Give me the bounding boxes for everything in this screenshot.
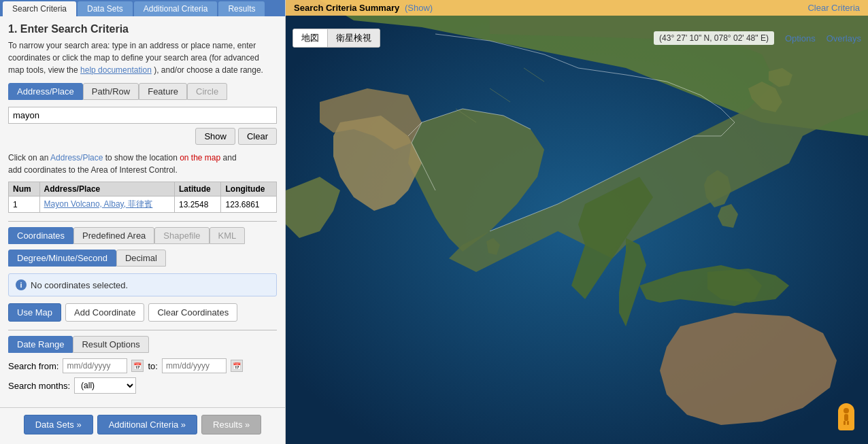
tab-shapefile: Shapefile xyxy=(154,227,209,244)
tab-dms[interactable]: Degree/Minute/Second xyxy=(8,250,116,267)
search-row xyxy=(8,107,277,124)
show-button[interactable]: Show xyxy=(195,128,235,145)
summary-bar: Search Criteria Summary (Show) Clear Cri… xyxy=(286,0,868,16)
calendar-to-icon[interactable]: 📅 xyxy=(231,360,243,372)
table-row: 1 Mayon Volcano, Albay, 菲律賓 13.2548 123.… xyxy=(9,197,277,213)
search-months-row: Search months: (all) January February Ma… xyxy=(8,377,277,394)
date-section-tabs: Date Range Result Options xyxy=(8,336,277,353)
left-panel: Search Criteria Data Sets Additional Cri… xyxy=(0,0,286,444)
use-map-button[interactable]: Use Map xyxy=(8,303,61,322)
map-controls-bar: 地図 衛星検視 (43° 27' 10" N, 078° 02' 48" E) … xyxy=(286,24,868,52)
search-months-label: Search months: xyxy=(8,381,70,391)
page-title: 1. Enter Search Criteria xyxy=(8,23,277,35)
pegman-icon[interactable] xyxy=(838,403,854,430)
search-from-label: Search from: xyxy=(8,361,59,371)
cell-longitude: 123.6861 xyxy=(221,197,277,213)
tab-decimal[interactable]: Decimal xyxy=(116,250,166,267)
instruction-text: Click on an Address/Place to show the lo… xyxy=(8,152,277,176)
instruction-line2: add coordinates to the Area of Interest … xyxy=(8,165,178,175)
map-panel: Search Criteria Summary (Show) Clear Cri… xyxy=(286,0,868,444)
results-table: Num Address/Place Latitude Longitude 1 M… xyxy=(8,182,277,213)
cell-place[interactable]: Mayon Volcano, Albay, 菲律賓 xyxy=(39,197,174,213)
summary-show[interactable]: (Show) xyxy=(405,3,433,13)
svg-rect-7 xyxy=(847,421,849,425)
tab-address-place[interactable]: Address/Place xyxy=(8,83,83,100)
search-btn-row: Show Clear xyxy=(8,128,277,145)
tab-additional-criteria[interactable]: Additional Criteria xyxy=(134,1,218,16)
cell-latitude: 13.2548 xyxy=(174,197,221,213)
coord-type-tabs: Degree/Minute/Second Decimal xyxy=(8,250,277,267)
search-months-select[interactable]: (all) January February March April May J… xyxy=(74,377,136,394)
map-type-tabs: 地図 衛星検視 xyxy=(293,29,380,48)
coords-display: (43° 27' 10" N, 078° 02' 48" E) xyxy=(654,31,774,45)
no-coords-text: No coordinates selected. xyxy=(31,280,128,290)
results-button[interactable]: Results » xyxy=(201,415,261,434)
data-sets-button[interactable]: Data Sets » xyxy=(24,415,93,434)
svg-point-4 xyxy=(844,408,849,413)
search-type-tabs: Address/Place Path/Row Feature Circle xyxy=(8,83,277,100)
cell-num: 1 xyxy=(9,197,40,213)
coord-btn-row: Use Map Add Coordinate Clear Coordinates xyxy=(8,303,277,322)
info-icon: i xyxy=(16,279,27,290)
bottom-nav-buttons: Data Sets » Additional Criteria » Result… xyxy=(0,407,285,441)
col-latitude: Latitude xyxy=(174,182,221,197)
top-nav-tabs: Search Criteria Data Sets Additional Cri… xyxy=(0,0,285,16)
map-type-satellite[interactable]: 衛星検視 xyxy=(328,29,380,47)
tab-date-range[interactable]: Date Range xyxy=(8,336,73,353)
clear-criteria-button[interactable]: Clear Criteria xyxy=(807,3,860,13)
col-address: Address/Place xyxy=(39,182,174,197)
to-label: to: xyxy=(148,361,157,371)
instruction-line1: Click on an Address/Place to show the lo… xyxy=(8,153,237,163)
col-num: Num xyxy=(9,182,40,197)
help-link[interactable]: help documentation xyxy=(80,65,152,75)
tab-result-options[interactable]: Result Options xyxy=(73,336,148,353)
svg-rect-5 xyxy=(844,414,848,421)
no-coords-box: i No coordinates selected. xyxy=(8,273,277,296)
map-overlays-link[interactable]: Overlays xyxy=(827,33,861,44)
map-background xyxy=(286,0,868,444)
add-coordinate-button[interactable]: Add Coordinate xyxy=(65,303,144,322)
description-end: ), and/or choose a date range. xyxy=(154,65,263,75)
tab-data-sets[interactable]: Data Sets xyxy=(78,1,133,16)
clear-button[interactable]: Clear xyxy=(238,128,277,145)
additional-criteria-button[interactable]: Additional Criteria » xyxy=(97,415,197,434)
summary-label: Search Criteria Summary (Show) xyxy=(294,3,433,13)
map-options-link[interactable]: Options xyxy=(785,33,816,44)
tab-path-row[interactable]: Path/Row xyxy=(83,83,139,100)
map-type-map[interactable]: 地図 xyxy=(293,29,328,47)
coord-section-tabs: Coordinates Predefined Area Shapefile KM… xyxy=(8,227,277,244)
clear-coordinates-button[interactable]: Clear Coordinates xyxy=(148,303,237,322)
tab-kml: KML xyxy=(210,227,246,244)
calendar-from-icon[interactable]: 📅 xyxy=(131,360,144,372)
place-link[interactable]: Mayon Volcano, Albay, 菲律賓 xyxy=(44,199,153,209)
tab-coordinates[interactable]: Coordinates xyxy=(8,227,73,244)
tab-circle: Circle xyxy=(187,83,227,100)
tab-results[interactable]: Results xyxy=(218,1,265,16)
search-from-input[interactable] xyxy=(63,358,127,373)
search-input[interactable] xyxy=(8,107,277,124)
col-longitude: Longitude xyxy=(221,182,277,197)
divider-1 xyxy=(8,221,277,222)
tab-feature[interactable]: Feature xyxy=(139,83,187,100)
tab-predefined-area[interactable]: Predefined Area xyxy=(73,227,154,244)
date-from-row: Search from: 📅 to: 📅 xyxy=(8,358,277,373)
map-top-right: (43° 27' 10" N, 078° 02' 48" E) Options … xyxy=(654,31,861,45)
svg-rect-6 xyxy=(844,421,846,425)
tab-search-criteria[interactable]: Search Criteria xyxy=(3,1,76,16)
description: To narrow your search area: type in an a… xyxy=(8,39,277,76)
search-to-input[interactable] xyxy=(162,358,227,373)
panel-body: 1. Enter Search Criteria To narrow your … xyxy=(0,16,285,407)
divider-2 xyxy=(8,330,277,330)
